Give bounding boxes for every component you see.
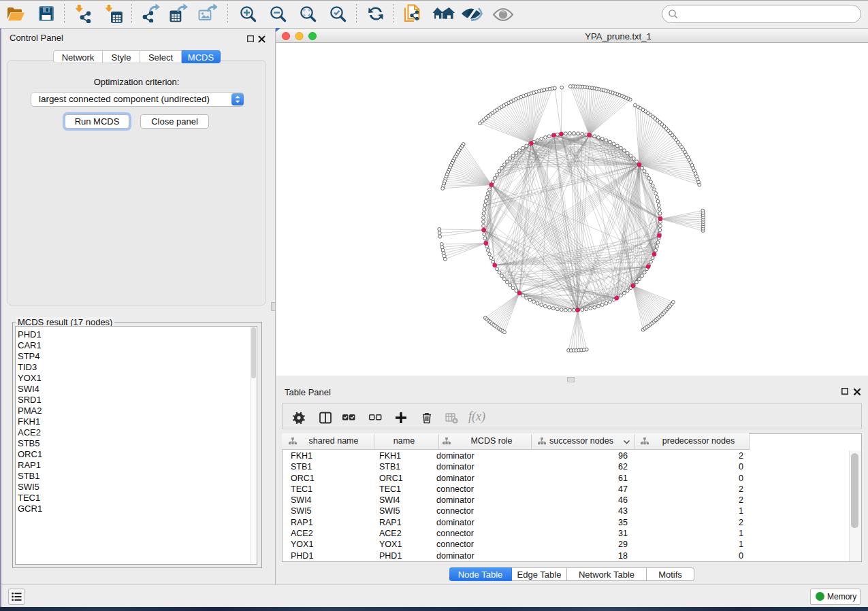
svg-text:f(x): f(x) xyxy=(468,410,485,424)
